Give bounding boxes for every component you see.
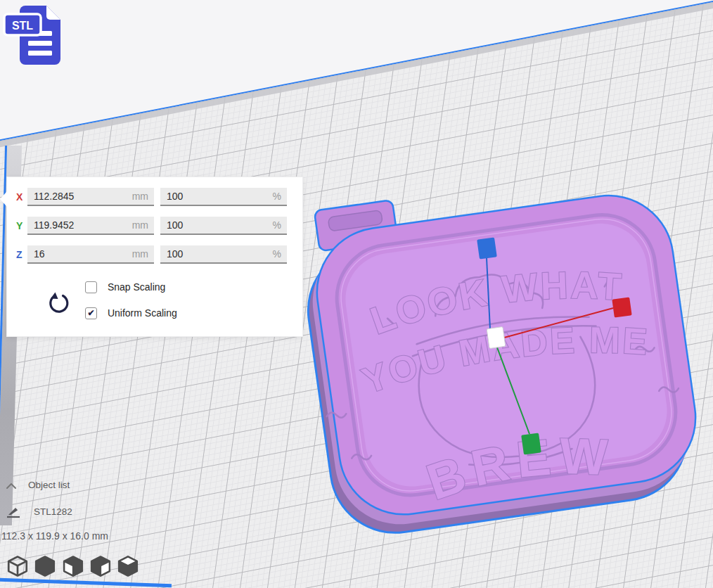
snap-scaling-checkbox[interactable] (85, 281, 97, 293)
snap-scaling-row: Snap Scaling (85, 281, 165, 293)
axis-z-label: Z (16, 249, 27, 260)
y-percent-input[interactable]: 100 % (160, 217, 287, 235)
view-3d-icon[interactable] (6, 554, 30, 578)
model-dimensions-label: 112.3 x 119.9 x 16.0 mm (1, 530, 108, 542)
x-size-unit: mm (132, 188, 148, 205)
y-size-unit: mm (132, 217, 148, 234)
uniform-scaling-row: ✔ Uniform Scaling (85, 307, 177, 319)
z-percent-unit: % (273, 245, 281, 262)
axis-x-label: X (16, 191, 27, 203)
axis-y-label: Y (16, 220, 27, 231)
model-mold[interactable]: LOOK WHAT YOU MADE ME BREW (294, 162, 706, 542)
chevron-up-icon[interactable] (6, 482, 17, 490)
view-right-icon[interactable] (116, 554, 140, 578)
x-percent-input[interactable]: 100 % (160, 188, 287, 206)
scale-handle-center-white[interactable] (487, 327, 506, 349)
scale-tool-panel: X 112.2845 mm 100 % Y 119.9452 mm 100 % … (7, 177, 302, 336)
view-top-icon[interactable] (61, 554, 85, 578)
view-left-icon[interactable] (89, 554, 113, 578)
y-size-input[interactable]: 119.9452 mm (27, 217, 154, 235)
uniform-scaling-checkbox[interactable]: ✔ (85, 307, 97, 319)
z-percent-input[interactable]: 100 % (160, 245, 287, 264)
x-size-input[interactable]: 112.2845 mm (27, 188, 154, 206)
uniform-scaling-label: Uniform Scaling (108, 307, 177, 319)
document-fold-corner (46, 6, 60, 20)
y-percent-unit: % (273, 217, 281, 234)
scale-handle-x-red[interactable] (612, 297, 631, 317)
z-size-input[interactable]: 16 mm (27, 245, 154, 264)
object-list-title: Object list (28, 480, 70, 490)
scale-row-x: X 112.2845 mm 100 % (7, 188, 302, 206)
z-size-unit: mm (132, 245, 148, 262)
edit-pencil-icon (6, 505, 21, 519)
reset-counterclockwise-arrow-icon (45, 290, 70, 315)
scale-handle-y-green[interactable] (521, 433, 541, 454)
panel-notch (0, 191, 7, 207)
reset-scale-button[interactable] (45, 290, 70, 315)
object-name-label: STL1282 (34, 506, 72, 517)
stl-badge-label: STL (12, 20, 33, 32)
scale-row-y: Y 119.9452 mm 100 % (7, 217, 302, 235)
stl-file-icon: STL (3, 1, 68, 69)
view-front-icon[interactable] (33, 554, 57, 578)
scale-handle-z-blue[interactable] (477, 237, 497, 259)
scale-row-z: Z 16 mm 100 % (7, 245, 302, 264)
x-percent-unit: % (273, 188, 281, 205)
snap-scaling-label: Snap Scaling (108, 281, 166, 293)
